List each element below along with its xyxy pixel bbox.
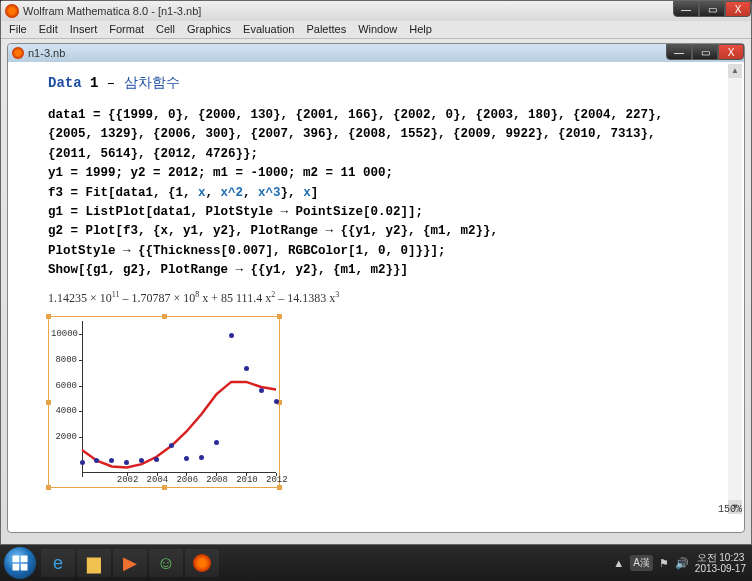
- data-point: [199, 455, 204, 460]
- x-tick-label: 2010: [236, 475, 258, 485]
- y-axis: [82, 321, 83, 477]
- menu-help[interactable]: Help: [409, 23, 432, 36]
- taskbar-app-ie[interactable]: e: [41, 549, 75, 577]
- output-plot[interactable]: 2000400060008000100002002200420062008201…: [48, 316, 280, 488]
- menu-edit[interactable]: Edit: [39, 23, 58, 36]
- start-button[interactable]: [4, 547, 36, 579]
- output-expression: 1.14235 × 1011 – 1.70787 × 108 x + 85 11…: [48, 290, 704, 306]
- mathematica-icon: [12, 47, 24, 59]
- svg-rect-0: [13, 556, 20, 563]
- menu-window[interactable]: Window: [358, 23, 397, 36]
- taskbar-app-explorer[interactable]: ▆: [77, 549, 111, 577]
- y-tick-label: 10000: [51, 329, 77, 339]
- close-button[interactable]: X: [725, 1, 751, 17]
- y-tick-label: 6000: [51, 381, 77, 391]
- input-cell[interactable]: data1 = {{1999, 0}, {2000, 130}, {2001, …: [48, 106, 704, 280]
- notebook-maximize-button[interactable]: ▭: [692, 44, 718, 60]
- fitted-curve: [82, 319, 276, 475]
- notebook-title-bar[interactable]: n1-3.nb — ▭ X: [8, 44, 744, 62]
- data-point: [274, 399, 279, 404]
- x-tick-label: 2004: [147, 475, 169, 485]
- y-tick-label: 8000: [51, 355, 77, 365]
- data-point: [154, 457, 159, 462]
- notebook-content[interactable]: Data 1 – 삼차함수 data1 = {{1999, 0}, {2000,…: [8, 62, 744, 517]
- zoom-level[interactable]: 150%: [718, 504, 742, 515]
- menu-palettes[interactable]: Palettes: [306, 23, 346, 36]
- app-window-controls: — ▭ X: [673, 1, 751, 17]
- notebook-minimize-button[interactable]: —: [666, 44, 692, 60]
- x-tick-label: 2012: [266, 475, 288, 485]
- volume-icon[interactable]: 🔊: [675, 557, 689, 570]
- system-tray[interactable]: ▲ A漢 ⚑ 🔊 오전 10:23 2013-09-17: [613, 545, 746, 581]
- app-title: Wolfram Mathematica 8.0 - [n1-3.nb]: [23, 5, 201, 17]
- tray-show-hidden-icon[interactable]: ▲: [613, 557, 624, 569]
- plot-area: 2000400060008000100002002200420062008201…: [49, 317, 279, 487]
- y-tick-label: 2000: [51, 432, 77, 442]
- menu-bar: File Edit Insert Format Cell Graphics Ev…: [1, 21, 751, 39]
- data-point: [259, 388, 264, 393]
- menu-file[interactable]: File: [9, 23, 27, 36]
- taskbar-app-mathematica[interactable]: [185, 549, 219, 577]
- data-point: [229, 333, 234, 338]
- data-point: [124, 460, 129, 465]
- clock[interactable]: 오전 10:23 2013-09-17: [695, 552, 746, 574]
- data-point: [139, 458, 144, 463]
- svg-rect-3: [21, 564, 28, 571]
- section-title: Data 1 – 삼차함수: [48, 74, 704, 92]
- svg-rect-2: [13, 564, 20, 571]
- data-point: [214, 440, 219, 445]
- taskbar-app-chat[interactable]: ☺: [149, 549, 183, 577]
- app-title-bar[interactable]: Wolfram Mathematica 8.0 - [n1-3.nb] — ▭ …: [1, 1, 751, 21]
- windows-icon: [11, 554, 29, 572]
- menu-insert[interactable]: Insert: [70, 23, 98, 36]
- y-tick-label: 4000: [51, 406, 77, 416]
- notebook-window: n1-3.nb — ▭ X ▲ ▼ Data 1 – 삼차함수 data1 = …: [7, 43, 745, 533]
- menu-format[interactable]: Format: [109, 23, 144, 36]
- taskbar[interactable]: e ▆ ▶ ☺ ▲ A漢 ⚑ 🔊 오전 10:23 2013-09-17: [0, 545, 752, 581]
- svg-rect-1: [21, 556, 28, 563]
- app-window: Wolfram Mathematica 8.0 - [n1-3.nb] — ▭ …: [0, 0, 752, 545]
- data-point: [184, 456, 189, 461]
- language-indicator[interactable]: A漢: [630, 555, 653, 571]
- menu-evaluation[interactable]: Evaluation: [243, 23, 294, 36]
- action-center-icon[interactable]: ⚑: [659, 557, 669, 570]
- x-tick-label: 2008: [206, 475, 228, 485]
- notebook-close-button[interactable]: X: [718, 44, 744, 60]
- mathematica-icon: [5, 4, 19, 18]
- notebook-window-controls: — ▭ X: [666, 44, 744, 60]
- minimize-button[interactable]: —: [673, 1, 699, 17]
- menu-cell[interactable]: Cell: [156, 23, 175, 36]
- data-point: [80, 460, 85, 465]
- data-point: [169, 443, 174, 448]
- data-point: [109, 458, 114, 463]
- taskbar-app-media[interactable]: ▶: [113, 549, 147, 577]
- maximize-button[interactable]: ▭: [699, 1, 725, 17]
- x-tick-label: 2002: [117, 475, 139, 485]
- x-tick-label: 2006: [176, 475, 198, 485]
- data-point: [94, 458, 99, 463]
- menu-graphics[interactable]: Graphics: [187, 23, 231, 36]
- data-point: [244, 366, 249, 371]
- notebook-title: n1-3.nb: [28, 47, 65, 59]
